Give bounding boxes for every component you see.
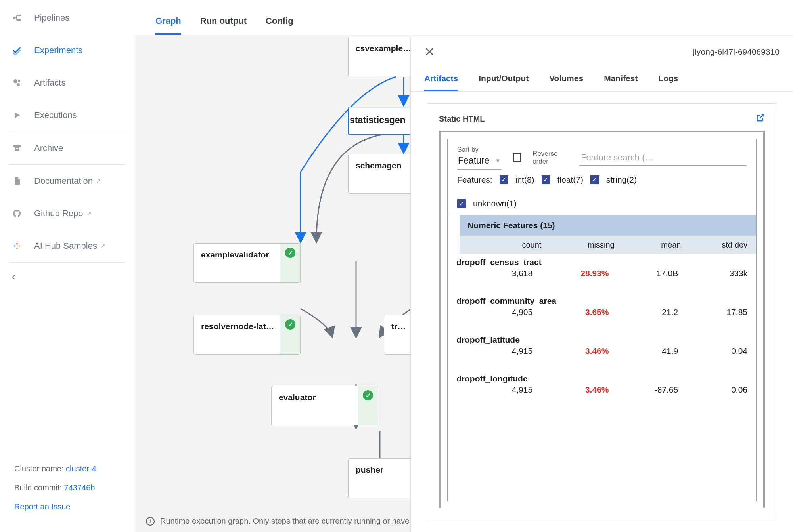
feature-name: dropoff_latitude (456, 335, 747, 345)
feature-row: dropoff_latitude 4,9153.46%41.90.04 (448, 331, 756, 370)
nav-experiments[interactable]: Experiments (0, 34, 134, 67)
svg-point-4 (18, 80, 20, 82)
col-mean: mean (615, 240, 681, 250)
close-panel-button[interactable]: ✕ (424, 44, 435, 59)
check-icon: ✓ (285, 248, 295, 258)
col-std: std dev (681, 240, 747, 250)
panel-tabs: Artifacts Input/Output Volumes Manifest … (411, 67, 793, 92)
type-float-label: float(7) (557, 175, 583, 185)
feature-name: dropoff_community_area (456, 296, 747, 306)
aihub-icon (12, 241, 22, 251)
node-evaluator[interactable]: evaluator✓ (271, 386, 378, 425)
external-icon: ↗ (100, 242, 105, 250)
chevron-down-icon: ▼ (495, 157, 501, 164)
features-label: Features: (457, 175, 492, 185)
node-examplevalidator[interactable]: examplevalidator✓ (193, 243, 301, 283)
nav-aihub[interactable]: AI Hub Samples ↗ (0, 230, 134, 262)
info-icon: i (146, 517, 155, 526)
panel-tab-manifest[interactable]: Manifest (604, 67, 638, 91)
cluster-link[interactable]: cluster-4 (66, 464, 96, 473)
node-pusher[interactable]: pusher (348, 458, 418, 498)
nav-artifacts[interactable]: Artifacts (0, 67, 134, 99)
feature-row: dropoff_community_area 4,9053.65%21.217.… (448, 292, 756, 331)
feature-row: dropoff_longitude 4,9153.46%-87.650.06 (448, 370, 756, 409)
col-count: count (468, 240, 541, 250)
type-int-label: int(8) (515, 175, 534, 185)
nav-pipelines[interactable]: Pipelines (0, 2, 134, 34)
run-id: jiyong-6l47l-694069310 (693, 47, 780, 57)
panel-tab-logs[interactable]: Logs (658, 67, 678, 91)
check-icon: ✓ (285, 319, 295, 330)
feature-name: dropoff_longitude (456, 374, 747, 383)
footnote-text: Runtime execution graph. Only steps that… (160, 517, 416, 526)
card-title: Static HTML (439, 114, 485, 124)
collapse-sidebar-button[interactable]: ‹ (0, 263, 134, 291)
col-missing: missing (541, 240, 614, 250)
nav-executions[interactable]: Executions (0, 99, 134, 132)
tab-run-output[interactable]: Run output (200, 16, 247, 35)
check-icon: ✓ (363, 390, 373, 400)
status-success: ✓ (358, 386, 378, 425)
type-string-label: string(2) (606, 175, 637, 185)
artifact-card: Static HTML Sort by Feature▼ (427, 103, 777, 520)
build-link[interactable]: 743746b (64, 483, 95, 492)
external-icon: ↗ (96, 177, 101, 185)
reverse-order-label: Reverse order (532, 150, 568, 165)
sort-select[interactable]: Feature▼ (457, 154, 502, 170)
nav-label: Pipelines (34, 13, 69, 23)
filter-controls: Sort by Feature▼ Reverse order Feature s… (448, 139, 756, 215)
feature-search-input[interactable]: Feature search (… (579, 150, 747, 166)
panel-tab-io[interactable]: Input/Output (479, 67, 529, 91)
nav-documentation[interactable]: Documentation ↗ (0, 165, 134, 197)
sort-by-label: Sort by (457, 146, 502, 154)
archive-icon (12, 143, 22, 153)
table-section-title: Numeric Features (15) (460, 215, 756, 236)
nav-github[interactable]: Github Repo ↗ (0, 197, 134, 230)
type-float-checkbox[interactable]: ✓ (542, 175, 550, 184)
main: Graph Run output Config csvexampleg (134, 0, 793, 532)
svg-point-0 (13, 17, 15, 19)
open-in-new-icon[interactable] (756, 113, 765, 124)
type-string-checkbox[interactable]: ✓ (590, 175, 599, 184)
reverse-order-checkbox[interactable] (513, 153, 521, 162)
nav-label: Executions (34, 110, 77, 120)
sidebar: Pipelines Experiments Artifacts Executio… (0, 0, 134, 532)
nav-label: Experiments (34, 45, 82, 55)
panel-tab-artifacts[interactable]: Artifacts (424, 67, 458, 91)
github-icon (12, 208, 22, 219)
footnote: i Runtime execution graph. Only steps th… (146, 517, 416, 526)
svg-point-5 (17, 83, 20, 86)
build-label: Build commit: (14, 483, 64, 492)
nav-label: Archive (34, 143, 63, 153)
nav-label: Artifacts (34, 78, 65, 88)
details-panel: ✕ jiyong-6l47l-694069310 Artifacts Input… (410, 36, 793, 532)
report-issue-link[interactable]: Report an Issue (14, 502, 70, 511)
status-success: ✓ (280, 244, 300, 282)
type-unknown-checkbox[interactable]: ✓ (457, 199, 466, 208)
pipeline-icon (12, 13, 22, 23)
external-icon: ↗ (86, 210, 92, 217)
panel-tab-volumes[interactable]: Volumes (549, 67, 583, 91)
feature-row: dropoff_census_tract 3,61828.93%17.0B333… (448, 254, 756, 292)
main-tabs: Graph Run output Config (134, 0, 793, 35)
table-header: count missing mean std dev (460, 236, 756, 254)
artifacts-icon (12, 78, 22, 88)
nav-label: Github Repo (34, 208, 83, 219)
svg-rect-2 (17, 19, 21, 21)
tab-config[interactable]: Config (266, 16, 293, 35)
nav-label: AI Hub Samples (34, 241, 97, 251)
svg-point-3 (13, 79, 17, 83)
type-int-checkbox[interactable]: ✓ (500, 175, 508, 184)
tab-graph[interactable]: Graph (155, 16, 181, 35)
doc-icon (12, 176, 22, 186)
type-unknown-label: unknown(1) (473, 199, 517, 208)
status-success: ✓ (280, 315, 300, 354)
experiments-icon (12, 45, 22, 55)
node-resolvernode[interactable]: resolvernode-lates…✓ (193, 315, 301, 355)
nav-label: Documentation (34, 176, 93, 186)
feature-name: dropoff_census_tract (456, 257, 747, 267)
sidebar-footer: Cluster name: cluster-4 Build commit: 74… (0, 459, 134, 532)
nav-archive[interactable]: Archive (0, 132, 134, 164)
play-icon (12, 110, 22, 120)
cluster-label: Cluster name: (14, 464, 66, 473)
